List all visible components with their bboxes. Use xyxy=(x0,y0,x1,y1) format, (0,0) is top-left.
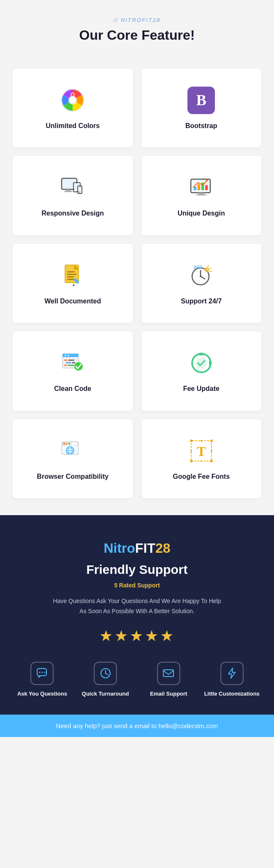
feature-card-responsive: Responsive Design xyxy=(13,156,133,235)
svg-marker-85 xyxy=(228,668,235,678)
brand-logo: NitroFIT28 xyxy=(13,540,261,556)
feature-card-documented: Well Documented xyxy=(13,244,133,323)
header-section: // NITROFIT28 Our Core Feature! xyxy=(0,0,274,64)
svg-rect-49 xyxy=(68,365,74,366)
fonts-icon: T xyxy=(187,436,216,466)
svg-rect-48 xyxy=(64,365,67,366)
svg-rect-21 xyxy=(198,193,204,194)
feature-label-unlimited-colors: Unlimited Colors xyxy=(46,121,100,131)
svg-point-72 xyxy=(201,440,202,442)
svg-rect-46 xyxy=(66,362,71,363)
svg-rect-44 xyxy=(64,360,68,361)
support-label-quick: Quick Turnaround xyxy=(82,690,129,698)
svg-point-13 xyxy=(79,192,80,193)
svg-point-68 xyxy=(190,439,193,442)
svg-rect-27 xyxy=(67,276,74,278)
colorwheel-icon xyxy=(58,85,87,115)
features-section: Unlimited Colors B Bootstrap xyxy=(0,64,274,515)
support-content: NitroFIT28 Friendly Support 5 Rated Supp… xyxy=(13,540,261,698)
support-label-customizations: Little Customizations xyxy=(204,690,259,698)
footer-text: Need any help? just send a email to hell… xyxy=(13,722,261,729)
feature-card-unique: Unique Desgin xyxy=(141,156,262,235)
header-subtitle: // NITROFIT28 xyxy=(8,17,266,23)
support247-icon: 24/7 xyxy=(187,261,216,290)
feature-label-unique: Unique Desgin xyxy=(178,209,225,218)
svg-rect-17 xyxy=(198,184,200,190)
svg-text:24/7: 24/7 xyxy=(194,265,202,270)
support-section: NitroFIT28 Friendly Support 5 Rated Supp… xyxy=(0,515,274,715)
svg-rect-6 xyxy=(66,189,71,191)
support-label-email: Email Support xyxy=(150,690,187,698)
feature-label-cleancode: Clean Code xyxy=(54,384,91,393)
svg-rect-16 xyxy=(194,187,196,190)
document-icon xyxy=(58,261,87,290)
svg-point-71 xyxy=(210,460,213,462)
svg-point-77 xyxy=(39,672,40,673)
stars: ★★★★★ xyxy=(13,627,261,645)
support-item-ask: Ask You Questions xyxy=(13,662,72,698)
svg-rect-19 xyxy=(205,185,208,190)
feeupdate-icon xyxy=(187,348,216,378)
svg-line-35 xyxy=(207,265,209,267)
feature-card-browser: Browser Compatibility xyxy=(13,419,133,498)
responsive-icon xyxy=(58,173,87,202)
feature-label-feeupdate: Fee Update xyxy=(183,384,220,393)
svg-point-73 xyxy=(201,460,202,462)
svg-point-1 xyxy=(68,96,77,104)
feature-card-fonts: T Google Fee Fonts xyxy=(141,419,262,498)
svg-point-38 xyxy=(204,267,209,272)
svg-point-75 xyxy=(211,450,212,452)
svg-point-3 xyxy=(71,93,74,96)
svg-rect-18 xyxy=(201,183,204,190)
svg-rect-84 xyxy=(163,670,174,677)
svg-point-34 xyxy=(200,276,201,277)
support-desc: Have Questions Ask Your Questions And We… xyxy=(53,596,222,617)
svg-point-74 xyxy=(190,450,192,452)
clock-icon xyxy=(94,662,117,685)
footer-bar: Need any help? just send a email to hell… xyxy=(0,715,274,737)
features-grid: Unlimited Colors B Bootstrap xyxy=(13,68,261,498)
svg-rect-47 xyxy=(72,362,75,363)
support-item-customizations: Little Customizations xyxy=(202,662,261,698)
support-item-email: Email Support xyxy=(139,662,198,698)
svg-point-10 xyxy=(76,191,77,191)
feature-label-responsive: Responsive Design xyxy=(41,209,104,218)
support-rated: 5 Rated Support xyxy=(13,582,261,589)
brand-fit: FIT xyxy=(135,540,155,556)
header-title: Our Core Feature! xyxy=(8,27,266,43)
email-icon xyxy=(157,662,180,685)
svg-rect-60 xyxy=(71,442,77,445)
svg-point-42 xyxy=(65,355,66,356)
svg-rect-45 xyxy=(68,360,74,361)
support-title: Friendly Support xyxy=(13,562,261,577)
feature-card-bootstrap: B Bootstrap xyxy=(141,68,262,147)
brand-nitro: Nitro xyxy=(103,540,135,556)
svg-point-57 xyxy=(63,443,65,445)
cleancode-icon xyxy=(58,348,87,378)
svg-point-43 xyxy=(68,355,69,356)
feature-card-cleancode: Clean Code xyxy=(13,331,133,410)
unique-icon xyxy=(187,173,216,202)
support-items: Ask You Questions Quick Turnaround xyxy=(13,662,261,698)
brand-28: 28 xyxy=(155,540,171,556)
svg-rect-5 xyxy=(62,179,76,188)
chat-icon xyxy=(30,662,54,685)
svg-rect-25 xyxy=(67,271,75,273)
feature-label-support: Support 24/7 xyxy=(181,297,222,306)
feature-label-browser: Browser Compatibility xyxy=(37,472,109,481)
svg-point-69 xyxy=(210,439,213,442)
feature-card-unlimited-colors: Unlimited Colors xyxy=(13,68,133,147)
svg-rect-22 xyxy=(196,194,206,196)
feature-label-bootstrap: Bootstrap xyxy=(185,121,217,131)
feature-card-support: 24/7 Support 24/7 xyxy=(141,244,262,323)
support-item-quick: Quick Turnaround xyxy=(76,662,135,698)
svg-point-70 xyxy=(190,460,193,462)
svg-point-58 xyxy=(66,443,68,445)
svg-point-78 xyxy=(41,672,43,673)
feature-card-feeupdate: Fee Update xyxy=(141,331,262,410)
lightning-icon xyxy=(220,662,244,685)
svg-rect-26 xyxy=(67,274,76,275)
feature-label-fonts: Google Fee Fonts xyxy=(173,472,230,481)
svg-point-79 xyxy=(44,672,45,673)
bootstrap-icon: B xyxy=(187,85,216,115)
